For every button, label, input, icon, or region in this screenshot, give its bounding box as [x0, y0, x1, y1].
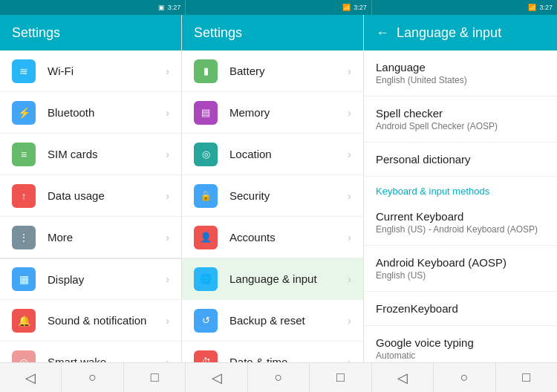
detail-personaldictionary[interactable]: Personal dictionary: [364, 143, 557, 177]
status-bar-left: ▣ 3:27: [0, 0, 186, 15]
sidebar-item-smartwake[interactable]: ◎ Smart wake ›: [0, 342, 181, 362]
mid-memory-icon: ▤: [194, 101, 218, 125]
home-nav-button-3[interactable]: ○: [460, 370, 469, 385]
mid-item-datetime[interactable]: ⏱ Date & time ›: [182, 342, 363, 362]
googlevoice-sub: Automatic: [376, 350, 545, 361]
sidebar-item-more[interactable]: ⋮ More ›: [0, 217, 181, 258]
wifi-icon: ≋: [12, 59, 36, 83]
sidebar-item-bluetooth[interactable]: ⚡ Bluetooth ›: [0, 92, 181, 134]
mid-accounts-label: Accounts: [229, 231, 348, 244]
mid-item-accounts[interactable]: 👤 Accounts ›: [182, 217, 363, 258]
bluetooth-label: Bluetooth: [48, 106, 166, 119]
sidebar-item-sound[interactable]: 🔔 Sound & notification ›: [0, 300, 181, 342]
signal-mid-icon: 📶: [342, 4, 351, 11]
spellchecker-sub: Android Spell Checker (AOSP): [376, 121, 545, 131]
detail-spellchecker[interactable]: Spell checker Android Spell Checker (AOS…: [364, 97, 557, 143]
smartwake-icon: ◎: [12, 350, 36, 363]
simcards-label: SIM cards: [48, 148, 166, 160]
recent-nav-button-3[interactable]: □: [522, 370, 530, 385]
smartwake-label: Smart wake: [48, 356, 166, 362]
androidkeyboard-sub: English (US): [376, 270, 545, 281]
display-chevron: ›: [166, 273, 169, 285]
smartwake-chevron: ›: [166, 356, 169, 363]
simcards-icon: ≡: [12, 143, 36, 166]
detail-currentkeyboard[interactable]: Current Keyboard English (US) - Android …: [364, 200, 557, 246]
personaldictionary-title: Personal dictionary: [376, 153, 545, 166]
language-sub: English (United States): [376, 75, 545, 85]
mid-location-icon: ◎: [194, 143, 218, 166]
time-left: 3:27: [168, 4, 181, 11]
sidebar-item-display[interactable]: ▦ Display ›: [0, 258, 181, 300]
time-mid: 3:27: [354, 4, 367, 11]
detail-androidkeyboard[interactable]: Android Keyboard (AOSP) English (US): [364, 246, 557, 292]
sound-label: Sound & notification: [48, 314, 166, 327]
simcards-chevron: ›: [166, 148, 169, 160]
datausage-icon: ↑: [12, 184, 36, 208]
spellchecker-title: Spell checker: [376, 107, 545, 120]
left-panel: Settings ≋ Wi-Fi › ⚡ Bluetooth › ≡ SIM c…: [0, 15, 182, 362]
mid-location-chevron: ›: [348, 148, 351, 160]
sidebar-item-datausage[interactable]: ↑ Data usage ›: [0, 175, 181, 217]
mid-item-battery[interactable]: ▮ Battery ›: [182, 50, 363, 92]
nav-segment-right5: ◁: [372, 362, 434, 392]
mid-panel-header: Settings: [182, 15, 363, 50]
more-chevron: ›: [166, 232, 169, 244]
mid-language-chevron: ›: [348, 273, 351, 285]
currentkeyboard-title: Current Keyboard: [376, 210, 545, 223]
recent-nav-button-2[interactable]: □: [336, 370, 345, 385]
mid-memory-label: Memory: [229, 106, 348, 119]
nav-segment-right-left: □: [124, 362, 186, 392]
home-nav-button[interactable]: ○: [88, 370, 97, 385]
mid-item-security[interactable]: 🔒 Security ›: [182, 175, 363, 217]
back-nav-button-3[interactable]: ◁: [397, 370, 408, 386]
detail-frozenkeyboard[interactable]: FrozenKeyboard: [364, 292, 557, 326]
mid-battery-chevron: ›: [348, 65, 351, 77]
mid-backup-chevron: ›: [348, 315, 351, 327]
mid-item-memory[interactable]: ▤ Memory ›: [182, 92, 363, 134]
display-label: Display: [48, 273, 166, 286]
recent-nav-button-1[interactable]: □: [151, 370, 159, 385]
currentkeyboard-sub: English (US) - Android Keyboard (AOSP): [376, 224, 545, 235]
back-button[interactable]: ←: [376, 25, 389, 41]
googlevoice-title: Google voice typing: [376, 336, 545, 349]
back-nav-button-2[interactable]: ◁: [212, 370, 222, 386]
nav-segment-right2: ◁: [186, 362, 247, 392]
wifi-chevron: ›: [166, 65, 169, 77]
left-panel-title: Settings: [12, 25, 60, 41]
mid-panel: Settings ▮ Battery › ▤ Memory › ◎ Locati…: [182, 15, 364, 362]
mid-backup-icon: ↺: [194, 309, 218, 333]
right-panel-list: Language English (United States) Spell c…: [364, 50, 557, 362]
nav-segment-left: ◁: [0, 362, 62, 392]
mid-security-label: Security: [229, 189, 348, 202]
time-right: 3:27: [539, 4, 553, 11]
detail-language[interactable]: Language English (United States): [364, 50, 557, 97]
mid-security-icon: 🔒: [194, 184, 218, 208]
mid-panel-title: Settings: [194, 25, 242, 41]
sidebar-item-simcards[interactable]: ≡ SIM cards ›: [0, 134, 181, 175]
detail-googlevoice[interactable]: Google voice typing Automatic: [364, 326, 557, 362]
mid-panel-list: ▮ Battery › ▤ Memory › ◎ Location › 🔒 Se…: [182, 50, 363, 362]
mid-accounts-icon: 👤: [194, 226, 218, 249]
datausage-chevron: ›: [166, 190, 169, 202]
left-panel-header: Settings: [0, 15, 181, 50]
mid-accounts-chevron: ›: [348, 232, 351, 244]
mid-item-backup[interactable]: ↺ Backup & reset ›: [182, 300, 363, 342]
mid-item-language[interactable]: 🌐 Language & input ›: [182, 258, 363, 300]
mid-item-location[interactable]: ◎ Location ›: [182, 134, 363, 175]
mid-language-icon: 🌐: [194, 267, 218, 291]
keyboard-section-header: Keyboard & input methods: [364, 177, 557, 200]
home-nav-button-2[interactable]: ○: [275, 370, 283, 385]
status-bar-mid: 📶 3:27: [186, 0, 371, 15]
right-panel: ← Language & input Language English (Uni…: [364, 15, 557, 362]
nav-segment-right6: ○: [434, 362, 495, 392]
sound-chevron: ›: [166, 315, 169, 327]
bluetooth-icon: ⚡: [12, 101, 36, 125]
left-panel-list: ≋ Wi-Fi › ⚡ Bluetooth › ≡ SIM cards › ↑ …: [0, 50, 181, 362]
back-nav-button[interactable]: ◁: [25, 370, 36, 386]
nav-segment-right3: ○: [248, 362, 310, 392]
more-icon: ⋮: [12, 226, 36, 249]
nav-bar: ◁ ○ □ ◁ ○ □ ◁ ○ □: [0, 362, 557, 392]
mid-location-label: Location: [229, 148, 348, 160]
mid-language-label: Language & input: [229, 272, 348, 285]
sidebar-item-wifi[interactable]: ≋ Wi-Fi ›: [0, 50, 181, 92]
